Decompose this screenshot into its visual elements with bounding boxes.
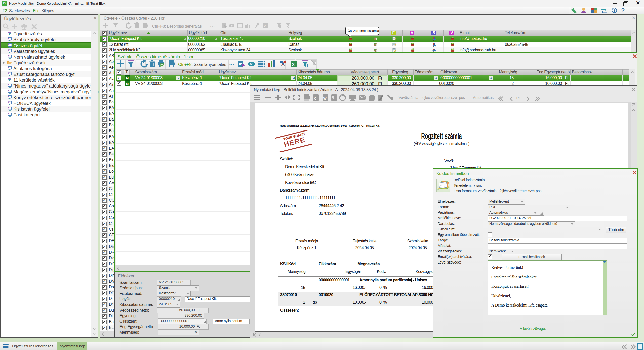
- svg-text:x: x: [314, 96, 316, 100]
- svg-text:Ctrl+F8: Számlanyomtatás: Ctrl+F8: Számlanyomtatás: [178, 62, 226, 67]
- svg-text:...: ...: [210, 22, 215, 28]
- svg-text:Vevőszámla - fejléc vevőkerett: Vevőszámla - fejléc vevőkerettel szé+pos: [399, 95, 465, 100]
- svg-text:...: ...: [229, 59, 234, 66]
- svg-text:Automatikus: Automatikus: [473, 95, 494, 100]
- svg-text:Ctrl+F8: Besorolás generálás: Ctrl+F8: Besorolás generálás: [152, 24, 202, 28]
- svg-text:?: ?: [621, 7, 625, 14]
- svg-text:x: x: [264, 24, 266, 28]
- svg-text:w: w: [323, 96, 327, 100]
- svg-text:x: x: [292, 61, 295, 67]
